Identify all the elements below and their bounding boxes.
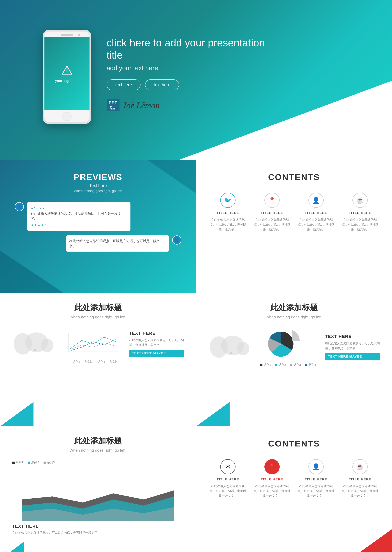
content-icon-3: 👤 [308, 193, 324, 208]
content2-item-1: ✉ TITLE HERE 在此处输入您先陈述的观点，可以是几句话，也可以是一段文… [208, 459, 248, 498]
chat-bubble-right-1: 在此处输入您先陈述的观点。可以是几句话，也可以是一段文字。 👤 [15, 235, 181, 252]
slide-area-chart: 此处添加标题 When nothing goes right, go left!… [0, 426, 196, 552]
pie-chart-text: TEXT HERE 在此处输入您先陈述的观点。可以是几句话，也可以是一段文字。 … [325, 334, 380, 360]
cat-2: 类别2 [85, 360, 92, 364]
contents-title-2: CONTENTS [208, 439, 380, 448]
content-icon-4: ☕ [352, 193, 368, 208]
cat-3: 类别3 [97, 360, 105, 364]
slide-contents-2: CONTENTS ✉ TITLE HERE 在此处输入您先陈述的观点，可以是几句… [196, 426, 392, 552]
pie-chart-title: 此处添加标题 [208, 302, 380, 313]
phone-logo-svg [61, 64, 73, 77]
content-icon-1: 🐦 [220, 193, 236, 208]
svg-point-4 [41, 339, 53, 352]
chat-message-2: 在此处输入您先陈述的观点。可以是几句话，也可以是一段文字。 [66, 235, 169, 252]
slide-contents-1: CONTENTS 🐦 TITLE HERE 在此处输入您先陈述的观点。可以是几句… [196, 160, 392, 293]
svg-point-20 [230, 352, 232, 354]
series-2: 系列2 [28, 460, 39, 464]
hero-brand: PPT ppt text ib Joë Lêmon [106, 99, 274, 111]
legend-2: 类别2 [275, 363, 286, 367]
line-chart-text: TEXT HERE 在此处输入您先陈述的观点。可以是几句话，也可以是一段文字。 … [129, 331, 184, 357]
content-text-1: 在此处输入您先陈述的观点。可以是几句话，也可以是一段文字。 [208, 217, 248, 232]
phone-logo-label: your logo here [55, 79, 79, 83]
content2-item-2: 📍 TITLE HERE 在此处输入您先陈述的观点，可以是几句话，也可以是一段文… [252, 459, 292, 498]
content2-item-3: 👤 TITLE HERE 在此处输入您先陈述的观点，可以是几句话，也可以是一段文… [296, 459, 336, 498]
slides-row-4: 此处添加标题 When nothing goes right, go left!… [0, 426, 392, 552]
line-text-highlight: TEXT HERE MAYBE [129, 350, 184, 357]
bg-poly2 [147, 160, 196, 193]
chat-bubble-left-1: 👤 text here 在此处输入您先陈述的观点。可以是几句话，也可以是一段文字… [15, 202, 181, 231]
contents-items-2: ✉ TITLE HERE 在此处输入您先陈述的观点，可以是几句话，也可以是一段文… [208, 459, 380, 498]
area-text-body: 在此处输入您先陈述的观点。可以是几句话，也可以是一段文字。 [12, 530, 184, 535]
line-chart-area: 类别1 类别2 类别3 类别4 TEXT HERE 在此处输入您先陈述的观点。可… [12, 327, 184, 361]
chat-text-2: 在此处输入您先陈述的观点。可以是几句话，也可以是一段文字。 [69, 239, 166, 248]
line-text-body: 在此处输入您先陈述的观点。可以是几句话，也可以是一段文字。 [129, 338, 184, 347]
svg-point-5 [34, 349, 36, 351]
legend-1: 类别1 [260, 363, 271, 367]
series-3: 系列3 [43, 460, 55, 464]
area-chart-title: 此处添加标题 [12, 436, 184, 446]
svg-point-15 [104, 337, 105, 338]
pie-text-body: 在此处输入您先陈述的观点。可以是几句话，也可以是一段文字。 [325, 341, 380, 351]
content-text-2: 在此处输入您先陈述的观点，可以是几句话，也可以是一段文字。 [252, 217, 292, 232]
content2-title-2: TITLE HERE [261, 477, 283, 481]
pie-chart-svg [260, 327, 303, 361]
corner-teal-pie [196, 402, 230, 426]
line-chart-title: 此处添加标题 [12, 302, 184, 313]
content2-icon-3: 👤 [308, 459, 324, 474]
category-labels: 类别1 类别2 类别3 类别4 [64, 360, 120, 364]
legend-3: 类别3 [290, 363, 301, 367]
content-text-3: 在此处输入您先陈述的观点，可以是几句话，也可以是一段文字。 [296, 217, 336, 232]
content-title-3: TITLE HERE [305, 211, 327, 215]
svg-point-16 [115, 341, 116, 342]
line-chart-svg [64, 327, 120, 361]
legend-4: 类别4 [305, 363, 316, 367]
brand-name: Joë Lêmon [123, 100, 160, 110]
content-icon-2: 📍 [264, 193, 280, 208]
phone-camera [78, 34, 80, 36]
series-1: 系列1 [12, 460, 23, 464]
slides-row-3: 此处添加标题 When nothing goes right, go left! [0, 293, 392, 426]
content-title-4: TITLE HERE [349, 211, 371, 215]
world-map-svg-2 [208, 333, 251, 361]
content2-text-4: 在此处输入您先陈述的观点，可以是几句话，也可以是一段文字。 [340, 484, 380, 498]
content-title-1: TITLE HERE [217, 211, 239, 215]
hero-buttons: text here text here [106, 79, 274, 90]
content2-title-4: TITLE HERE [349, 477, 371, 481]
content-title-2: TITLE HERE [261, 211, 283, 215]
hero-title[interactable]: click here to add your presentation titl… [106, 36, 274, 61]
phone-screen: your logo here [44, 37, 90, 110]
pie-text-title: TEXT HERE [325, 334, 380, 339]
hero-subtitle[interactable]: add your text here [106, 64, 274, 72]
ppt-badge: PPT ppt text ib [106, 99, 119, 111]
avatar-left: 👤 [15, 202, 24, 211]
previews-tagline: When nothing goes right, go left! [74, 189, 122, 193]
world-map-line [12, 330, 55, 358]
pie-svg-container: 类别1 类别2 类别3 类别4 [260, 327, 316, 367]
phone-device: your logo here [43, 30, 91, 124]
avatar-icon-left: 👤 [17, 204, 22, 209]
line-chart-subtitle: When nothing goes right, go left! [12, 315, 184, 319]
bg-poly1 [0, 250, 64, 293]
area-text: TEXT HERE 在此处输入您先陈述的观点。可以是几句话，也可以是一段文字。 [12, 524, 184, 535]
area-legend: 系列1 系列2 系列3 [12, 460, 184, 464]
area-chart-container [12, 469, 184, 521]
content2-icon-4: ☕ [352, 459, 368, 474]
cat-4: 类别4 [110, 360, 118, 364]
pie-chart-subtitle: When nothing goes right, go left! [208, 315, 380, 319]
chat-message-1: text here 在此处输入您先陈述的观点。可以是几句话，也可以是一段文字。 … [27, 202, 130, 231]
contents-items-1: 🐦 TITLE HERE 在此处输入您先陈述的观点。可以是几句话，也可以是一段文… [208, 193, 380, 232]
slides-row-2: PREVIEWS Text here When nothing goes rig… [0, 160, 392, 293]
hero-button-2[interactable]: text here [145, 79, 179, 90]
content-item-1: 🐦 TITLE HERE 在此处输入您先陈述的观点。可以是几句话，也可以是一段文… [208, 193, 248, 232]
content-item-2: 📍 TITLE HERE 在此处输入您先陈述的观点，可以是几句话，也可以是一段文… [252, 193, 292, 232]
hero-button-1[interactable]: text here [106, 79, 140, 90]
hero-content: click here to add your presentation titl… [106, 36, 274, 111]
content2-icon-1: ✉ [220, 459, 236, 474]
line-text-title: TEXT HERE [129, 331, 184, 336]
content2-text-2: 在此处输入您先陈述的观点，可以是几句话，也可以是一段文字。 [252, 484, 292, 498]
svg-point-19 [237, 342, 249, 355]
svg-point-12 [70, 348, 71, 349]
slide-pie-chart: 此处添加标题 When nothing goes right, go left! [196, 293, 392, 426]
content2-item-4: ☕ TITLE HERE 在此处输入您先陈述的观点，可以是几句话，也可以是一段文… [340, 459, 380, 498]
content2-text-3: 在此处输入您先陈述的观点，可以是几句话，也可以是一段文字。 [296, 484, 336, 498]
